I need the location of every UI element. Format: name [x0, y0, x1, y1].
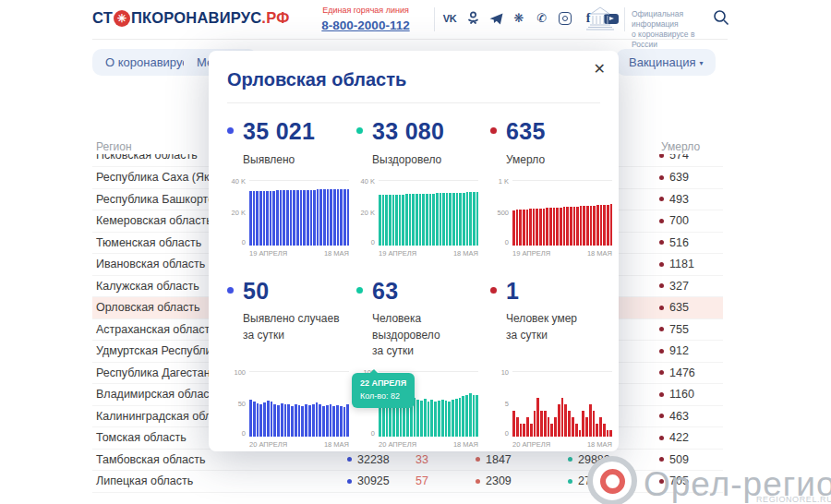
instagram-icon[interactable] [558, 10, 572, 27]
chart-bar [420, 401, 423, 437]
died-cell: 327 [659, 280, 689, 293]
chart-recovered-total[interactable]: 40 K20 K0 19 АПРЕЛЯ18 МАЯ [356, 180, 478, 258]
chart-bar [327, 189, 330, 246]
viber-icon[interactable]: ✆ [535, 10, 549, 27]
hotline-label: Единая горячая линия [305, 6, 427, 15]
chart-bar [586, 206, 589, 246]
chart-bar [593, 411, 596, 437]
chart-bar [607, 205, 609, 246]
chart-bar [422, 194, 425, 246]
chart-bar [253, 191, 256, 246]
chart-bar [276, 190, 279, 245]
telegram-icon[interactable] [488, 10, 503, 27]
chart-bar [301, 406, 304, 436]
stat-died-daily: 1 Человек умерза сутки [490, 279, 600, 360]
chart-bar [332, 406, 335, 436]
dot-icon [659, 175, 664, 180]
chart-bar [558, 404, 560, 437]
region-name: Тюменская область [96, 236, 201, 249]
chart-died-total[interactable]: 1 K5000 19 АПРЕЛЯ18 МАЯ [490, 180, 612, 258]
chart-bar [343, 189, 346, 246]
column-header-region: Регион [96, 140, 132, 153]
chart-bar [283, 190, 285, 246]
chart-bar [426, 194, 428, 246]
chart-bar [466, 192, 469, 245]
modal-title: Орловская область [227, 69, 600, 90]
chart-bar [330, 404, 332, 437]
confirmed-cell: 32238 [347, 453, 390, 466]
chart-bar [305, 404, 307, 436]
chart-bar [419, 194, 422, 246]
stat-died-total: 635 Умерло [490, 119, 600, 168]
chart-bar [270, 191, 272, 246]
chart-bar [440, 193, 442, 246]
rutube-icon[interactable]: ❋ [512, 10, 526, 27]
chart-bar [585, 417, 588, 437]
dot-icon [659, 154, 664, 158]
died-cell: 1160 [659, 388, 694, 401]
chart-bar [566, 207, 569, 246]
vk-icon[interactable]: VK [442, 10, 457, 27]
region-name: Ивановская область [96, 258, 205, 270]
chart-bar [543, 209, 546, 246]
chart-bar [303, 190, 306, 246]
dot-icon [659, 436, 664, 440]
dot-icon [347, 479, 352, 484]
chart-bar [259, 404, 262, 436]
chart-bar [291, 406, 294, 437]
virus-icon: ✳ [114, 10, 130, 27]
chart-bar [430, 400, 433, 436]
chart-bar [544, 411, 547, 437]
chart-bar [429, 194, 432, 246]
chart-bar [523, 210, 525, 246]
chart-bar [281, 403, 283, 437]
chart-bar [389, 195, 391, 246]
logo-text-st: СТ [92, 9, 113, 27]
close-icon[interactable]: ✕ [590, 56, 609, 81]
tab-vaccination[interactable]: Вакцинация▾ [616, 49, 716, 76]
chart-bar [333, 189, 336, 246]
stat-recovered-total: 33 080 Выздоровело [356, 119, 490, 168]
chart-bar [312, 404, 315, 437]
chart-bar [432, 194, 435, 246]
chart-bar [462, 396, 464, 436]
chart-bar [249, 191, 252, 246]
chart-bar [449, 193, 452, 246]
chart-bar [459, 398, 462, 437]
chart-bar [416, 400, 419, 437]
chart-bar [579, 430, 582, 437]
died-cell: 422 [659, 431, 689, 444]
chart-confirmed-total[interactable]: 40 K20 K0 19 АПРЕЛЯ18 МАЯ [227, 180, 349, 258]
daily-increase-cell: 57 [416, 474, 428, 487]
official-info-text: Официальная информация о коронавирусе в … [632, 9, 711, 50]
odnoklassniki-icon[interactable] [465, 10, 480, 27]
chart-bar [465, 395, 468, 437]
chart-bar [385, 195, 388, 246]
region-name: Томская область [96, 431, 187, 444]
chart-bar [596, 424, 598, 437]
chart-bar [322, 406, 325, 437]
chart-confirmed-daily[interactable]: 100500 20 АПРЕЛЯ18 МАЯ [227, 371, 349, 449]
search-button[interactable] [712, 9, 730, 28]
chart-bar [476, 192, 479, 246]
chart-bar [296, 190, 299, 246]
watermark-logo-icon [587, 456, 637, 504]
chart-bar [259, 191, 262, 246]
site-logo[interactable]: СТ✳ПКОРОНАВИРУС.РФ [92, 9, 289, 27]
tooltip-value: Кол-во: 82 [360, 390, 406, 403]
hotline-phone-link[interactable]: 8-800-2000-112 [321, 18, 409, 32]
chart-bar [428, 402, 430, 437]
chart-bar [526, 417, 529, 437]
chart-bar [512, 210, 515, 246]
chart-bar [257, 403, 259, 437]
chevron-down-icon: ▾ [699, 59, 703, 67]
chart-bar [589, 404, 592, 437]
chart-bar [313, 190, 316, 246]
chart-bar [271, 402, 273, 436]
chart-bar [392, 195, 395, 246]
died-cell: 912 [659, 344, 689, 357]
region-name: Республика Дагестан [96, 366, 211, 379]
chart-bar [307, 190, 309, 246]
chart-bar [554, 417, 557, 437]
chart-died-daily[interactable]: 1050 20 АПРЕЛЯ18 МАЯ [490, 371, 612, 449]
